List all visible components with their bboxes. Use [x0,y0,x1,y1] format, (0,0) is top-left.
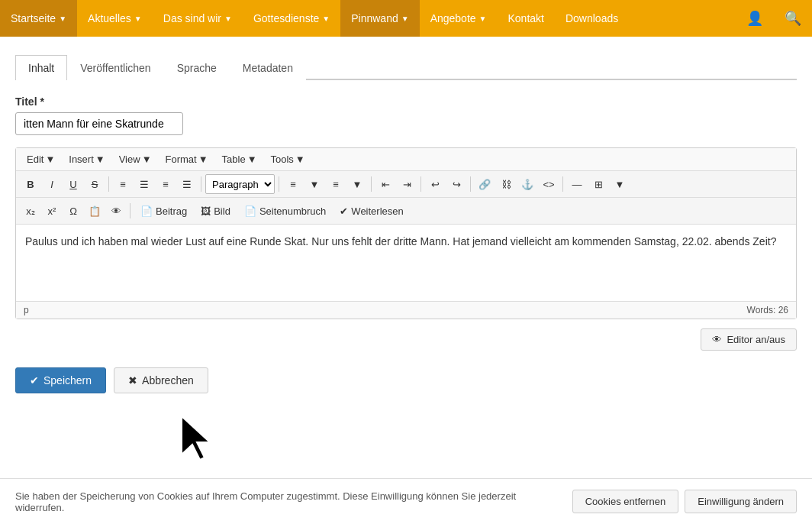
separator-8 [130,203,130,218]
toolbar-bild[interactable]: 🖼 Bild [195,201,237,221]
nav-downloads[interactable]: Downloads [555,0,629,37]
edit-caret: ▼ [45,154,55,165]
editor-menu-insert[interactable]: Insert ▼ [63,151,111,167]
nav-startseite[interactable]: Startseite ▼ [0,0,77,37]
table-caret: ▼ [247,154,257,165]
toolbar-undo[interactable]: ↩ [425,174,445,194]
tab-veroeffentlichen[interactable]: Veröffentlichen [67,55,163,80]
toolbar-align-justify[interactable]: ☰ [177,174,197,194]
toolbar-superscript[interactable]: x² [42,201,62,221]
editor-menu-view[interactable]: View ▼ [113,151,158,167]
nav-pinnwand-caret: ▼ [401,15,409,23]
editor-menu-edit[interactable]: Edit ▼ [21,151,61,167]
weiterlesen-icon: ✔ [340,205,348,217]
insert-caret: ▼ [95,154,105,165]
nav-aktuelles-label: Aktuelles [88,12,131,24]
separator-6 [470,176,471,192]
toolbar-indent-decrease[interactable]: ⇤ [375,174,395,194]
toolbar-beitrag[interactable]: 📄 Beitrag [134,201,193,221]
toolbar-table-arrow[interactable]: ▼ [610,174,630,194]
editor-menu-format[interactable]: Format ▼ [160,151,214,167]
checkmark-icon: ✔ [30,374,39,387]
nav-das-sind-wir-label: Das sind wir [163,12,221,24]
seitenumbruch-icon: 📄 [244,205,256,217]
nav-kontakt-label: Kontakt [508,12,543,24]
toolbar-code[interactable]: <> [539,174,559,194]
action-bar: ✔ Speichern ✖ Abbrechen [15,367,797,393]
toolbar-hr[interactable]: — [567,174,587,194]
beitrag-label: Beitrag [156,205,187,217]
editor-body[interactable]: Paulus und ich haben mal wieder Lust auf… [16,225,796,301]
tab-sprache[interactable]: Sprache [164,55,230,80]
toolbar-table-insert[interactable]: ⊞ [588,174,608,194]
format-caret: ▼ [198,154,208,165]
toolbar-align-center[interactable]: ☰ [134,174,154,194]
toolbar-strikethrough[interactable]: S [85,174,105,194]
bild-label: Bild [214,205,230,217]
title-input[interactable] [15,112,183,135]
main-nav: Startseite ▼ Aktuelles ▼ Das sind wir ▼ … [0,0,812,37]
toolbar-bold[interactable]: B [21,174,40,194]
separator-4 [371,176,372,192]
cancel-button[interactable]: ✖ Abbrechen [114,367,208,393]
toolbar-unlink[interactable]: ⛓ [496,174,516,194]
editor-toolbar-row1: B I U S ≡ ☰ ≡ ☰ Paragraph ≡ ▼ ≡ ▼ ⇤ ⇥ ↩ … [16,171,796,198]
nav-gottesdienste-caret: ▼ [322,15,330,23]
nav-kontakt[interactable]: Kontakt [497,0,554,37]
separator-2 [201,176,201,192]
tab-bar: Inhalt Veröffentlichen Sprache Metadaten [15,55,797,80]
toolbar-seitenumbruch[interactable]: 📄 Seitenumbruch [238,201,332,221]
eye-icon: 👁 [712,334,722,345]
tools-caret: ▼ [295,154,305,165]
editor-menubar: Edit ▼ Insert ▼ View ▼ Format ▼ Table ▼ … [16,148,796,171]
nav-aktuelles[interactable]: Aktuelles ▼ [77,0,153,37]
editor-footer: p Words: 26 [16,301,796,319]
search-icon[interactable]: 🔍 [774,0,812,37]
user-icon[interactable]: 👤 [736,0,774,37]
editor-toolbar-row2: x₂ x² Ω 📋 👁 📄 Beitrag 🖼 Bild 📄 Seitenumb… [16,198,796,225]
editor-menu-table[interactable]: Table ▼ [216,151,263,167]
toolbar-redo[interactable]: ↪ [446,174,466,194]
toolbar-italic[interactable]: I [42,174,62,194]
editor-content: Paulus und ich haben mal wieder Lust auf… [25,235,776,247]
toolbar-weiterlesen[interactable]: ✔ Weiterlesen [334,201,409,221]
editor-menu-tools[interactable]: Tools ▼ [265,151,311,167]
toolbar-paste[interactable]: 📋 [85,201,105,221]
separator-7 [562,176,563,192]
nav-startseite-caret: ▼ [59,15,66,23]
toolbar-paragraph-select[interactable]: Paragraph [205,174,275,194]
nav-das-sind-wir[interactable]: Das sind wir ▼ [153,0,243,37]
separator-1 [108,176,109,192]
toolbar-align-right[interactable]: ≡ [156,174,176,194]
toolbar-ordered-list-arrow[interactable]: ▼ [347,174,367,194]
toolbar-preview[interactable]: 👁 [106,201,126,221]
nav-gottesdienste[interactable]: Gottesdienste ▼ [243,0,340,37]
toolbar-subscript[interactable]: x₂ [21,201,40,221]
view-caret: ▼ [142,154,152,165]
save-button[interactable]: ✔ Speichern [15,367,106,393]
toolbar-unordered-list-arrow[interactable]: ▼ [304,174,324,194]
tab-inhalt[interactable]: Inhalt [15,55,67,80]
toolbar-indent-increase[interactable]: ⇥ [397,174,417,194]
toolbar-underline[interactable]: U [63,174,83,194]
seitenumbruch-label: Seitenumbruch [259,205,326,217]
nav-angebote-caret: ▼ [479,15,487,23]
editor-container: Edit ▼ Insert ▼ View ▼ Format ▼ Table ▼ … [15,147,797,319]
nav-downloads-label: Downloads [566,12,618,24]
toolbar-link[interactable]: 🔗 [475,174,495,194]
toolbar-special-chars[interactable]: Ω [63,201,83,221]
nav-gottesdienste-label: Gottesdienste [253,12,319,24]
bild-icon: 🖼 [201,205,211,217]
toolbar-align-left[interactable]: ≡ [113,174,133,194]
toolbar-anchor[interactable]: ⚓ [517,174,537,194]
toolbar-unordered-list[interactable]: ≡ [283,174,303,194]
editor-toggle-button[interactable]: 👁 Editor an/aus [701,328,797,351]
tab-metadaten[interactable]: Metadaten [230,55,306,80]
separator-5 [420,176,421,192]
weiterlesen-label: Weiterlesen [351,205,403,217]
nav-angebote[interactable]: Angebote ▼ [420,0,498,37]
separator-3 [279,176,279,192]
editor-word-count: Words: 26 [747,305,788,315]
toolbar-ordered-list[interactable]: ≡ [326,174,346,194]
nav-pinnwand[interactable]: Pinnwand ▼ [340,0,419,37]
